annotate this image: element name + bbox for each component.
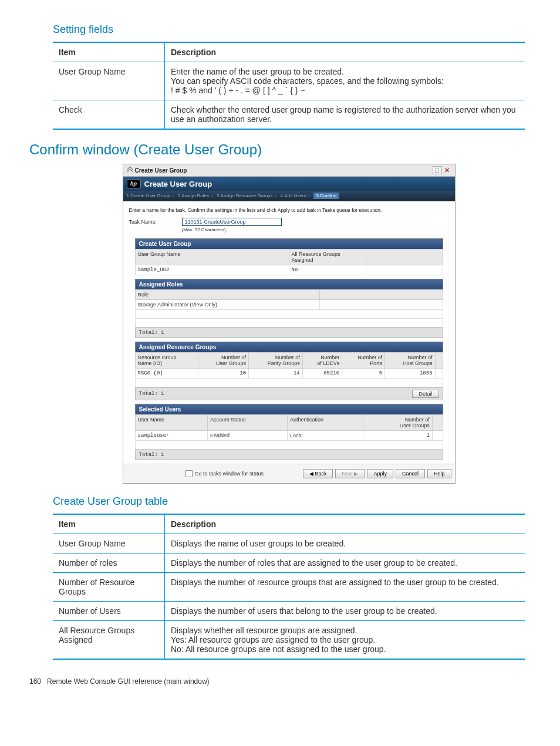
table-cell: Displays the name of user groups to be c… <box>165 534 525 553</box>
col-header: Resource Group Name (ID) <box>135 353 198 369</box>
titlebar: Create User Group □ ✕ <box>123 164 455 177</box>
col-header <box>319 290 443 300</box>
dialog-header: hp Create User Group <box>123 177 455 191</box>
table-cell: Displays the number of users that belong… <box>165 602 525 621</box>
close-icon[interactable]: ✕ <box>443 167 451 174</box>
cell-value <box>432 431 443 441</box>
cell-value: Enabled <box>207 431 287 441</box>
col-item: Item <box>53 42 165 62</box>
task-name-label: Task Name: <box>129 218 182 225</box>
table-cell: Enter the name of the user group to be c… <box>165 62 525 100</box>
go-to-tasks-checkbox[interactable]: Go to tasks window for status <box>185 470 264 477</box>
checkbox-icon[interactable] <box>185 470 193 477</box>
cell-value: sampleuser <box>135 431 207 441</box>
task-name-input[interactable]: 110131-CreateUserGroup <box>182 218 282 226</box>
back-button[interactable]: ◀ Back <box>303 469 333 478</box>
col-header: Number of Host Groups <box>385 353 435 369</box>
total-bar: Total: 1 <box>135 328 443 338</box>
table-cell: All Resource Groups Assigned <box>53 621 165 660</box>
cell-value: 65210 <box>302 369 342 379</box>
table-cell: Displays whether all resource groups are… <box>165 621 525 660</box>
total-bar: Total: 1 <box>135 450 443 460</box>
panel-create-user-group: Create User Group <box>135 238 443 249</box>
table-cell: User Group Name <box>53 534 165 553</box>
col-header <box>366 249 443 265</box>
col-header: Number of User Groups <box>198 353 249 369</box>
maximize-icon[interactable]: □ <box>433 166 442 174</box>
total-bar: Total: 1 Detail <box>135 387 443 400</box>
cell-value: Storage Administrator (View Only) <box>135 300 319 310</box>
cell-value: Local <box>288 431 363 441</box>
task-name-hint: (Max. 32 Characters) <box>182 227 282 232</box>
cell-value: 10 <box>198 369 249 379</box>
cell-value: No <box>289 265 366 275</box>
table-cell: Number of roles <box>53 553 165 573</box>
cell-value <box>319 300 443 310</box>
help-button[interactable]: Help <box>427 469 451 478</box>
table-cell: Number of Users <box>53 602 165 621</box>
heading-confirm-window: Confirm window (Create User Group) <box>29 141 525 158</box>
dialog-footer: Go to tasks window for status ◀ Back Nex… <box>123 464 455 483</box>
wizard-breadcrumb: 1.Create User Group> 2.Assign Roles> 3.A… <box>123 191 455 201</box>
col-header: User Group Name <box>135 249 289 265</box>
panel-selected-users: Selected Users <box>135 404 443 414</box>
page-footer-text: Remote Web Console GUI reference (main w… <box>47 677 210 686</box>
cell-value: 1035 <box>385 369 435 379</box>
cell-value <box>366 265 443 275</box>
page-number: 160 <box>29 677 41 686</box>
col-header <box>432 415 443 431</box>
col-header: Number of LDEVs <box>302 353 342 369</box>
bc-step: 1.Create User Group <box>127 193 170 198</box>
col-header: Role <box>135 290 319 300</box>
cell-value: Sample_UG2 <box>135 265 289 275</box>
bc-step: 4.Add Users <box>280 193 306 198</box>
heading-setting-fields: Setting fields <box>53 23 525 36</box>
cell-value <box>435 369 443 379</box>
table-cell: Check whether the entered user group nam… <box>165 100 525 130</box>
col-header: Account Status <box>207 415 287 431</box>
detail-button[interactable]: Detail <box>412 390 438 398</box>
table-cell: Displays the number of resource groups t… <box>165 573 525 602</box>
panel-assigned-resource-groups: Assigned Resource Groups <box>135 342 443 352</box>
table-cell: Number of Resource Groups <box>53 573 165 602</box>
collapse-icon[interactable] <box>127 167 133 173</box>
col-item: Item <box>53 514 165 534</box>
col-header: Number of Ports <box>342 353 385 369</box>
instruction-text: Enter a name for the task. Confirm the s… <box>123 201 455 218</box>
cell-value: 14 <box>249 369 303 379</box>
col-header <box>435 353 443 369</box>
col-header: Authentication <box>288 415 363 431</box>
col-desc: Description <box>165 42 525 62</box>
setting-fields-table: Item Description User Group Name Enter t… <box>53 42 525 130</box>
col-desc: Description <box>165 514 525 534</box>
hp-logo-icon: hp <box>127 179 141 188</box>
panel-assigned-roles: Assigned Roles <box>135 279 443 289</box>
dialog-title: Create User Group <box>144 180 212 188</box>
table-cell: Check <box>53 100 165 130</box>
col-header: All Resource Groups Assigned <box>289 249 366 265</box>
cell-value: 5 <box>342 369 385 379</box>
window-title: Create User Group <box>135 167 187 174</box>
bc-step-active: 5.Confirm <box>313 193 339 199</box>
table-cell: Displays the number of roles that are as… <box>165 553 525 573</box>
page-footer: 160 Remote Web Console GUI reference (ma… <box>29 677 525 686</box>
bc-step: 2.Assign Roles <box>178 193 209 198</box>
cell-value: RSG0 (0) <box>135 369 198 379</box>
create-user-group-desc-table: Item Description User Group NameDisplays… <box>53 514 525 660</box>
apply-button[interactable]: Apply <box>367 469 393 478</box>
screenshot-dialog: Create User Group □ ✕ hp Create User Gro… <box>123 164 456 484</box>
col-header: Number of Parity Groups <box>249 353 303 369</box>
heading-create-table: Create User Group table <box>53 495 525 508</box>
table-cell: User Group Name <box>53 62 165 100</box>
cell-value: 1 <box>363 431 433 441</box>
col-header: User Name <box>135 415 207 431</box>
bc-step: 3.Assign Resource Groups <box>217 193 273 198</box>
next-button: Next ▶ <box>335 469 365 478</box>
cancel-button[interactable]: Cancel <box>396 469 425 478</box>
col-header: Number of User Groups <box>363 415 433 431</box>
checkbox-label: Go to tasks window for status <box>195 471 264 477</box>
